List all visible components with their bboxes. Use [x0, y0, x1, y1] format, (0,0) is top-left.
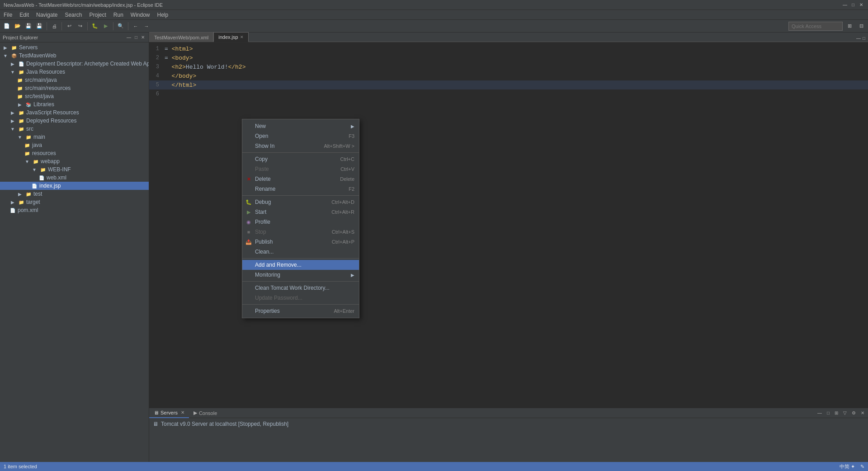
tree-main[interactable]: ▼ 📁 main	[0, 133, 149, 141]
menu-edit[interactable]: Edit	[16, 11, 33, 19]
toolbar-perspective[interactable]: ⊞	[844, 21, 854, 31]
maximize-btn[interactable]: □	[850, 2, 856, 8]
tree-src-main-java[interactable]: 📁 src/main/java	[0, 76, 149, 84]
console-tab-label: Console	[199, 410, 217, 416]
ctx-start[interactable]: ▶ Start Ctrl+Alt+R	[242, 207, 359, 217]
ctx-publish[interactable]: 📤 Publish Ctrl+Alt+P	[242, 237, 359, 247]
toolbar-redo[interactable]: ↪	[75, 21, 85, 31]
editor-maximize[interactable]: □	[862, 35, 866, 42]
tree-indexjsp[interactable]: 📄 index.jsp	[0, 182, 149, 190]
ctx-addremove-label: Add and Remove...	[255, 262, 302, 268]
toolbar-print[interactable]: 🖨	[49, 21, 59, 31]
close-btn[interactable]: ✕	[858, 2, 864, 8]
tree-test[interactable]: ▶ 📁 test	[0, 190, 149, 198]
tab-indexjsp[interactable]: index.jsp ✕	[213, 32, 248, 42]
menu-window[interactable]: Window	[127, 11, 154, 19]
tree-src-main-resources[interactable]: 📁 src/main/resources	[0, 84, 149, 92]
ctx-copy[interactable]: Copy Ctrl+C	[242, 154, 359, 164]
tree-main-java[interactable]: 📁 java	[0, 141, 149, 149]
tree-testmavenweb[interactable]: ▼ 📦 TestMavenWeb	[0, 52, 149, 60]
bottom-minimize-btn[interactable]: —	[816, 410, 824, 416]
src-expand-icon: ▼	[9, 125, 16, 132]
menu-navigate[interactable]: Navigate	[33, 11, 61, 19]
tab-servers[interactable]: 🖥 Servers ✕	[149, 408, 189, 418]
line-num-3: 3	[151, 64, 165, 70]
tab-pomxml[interactable]: TestMavenWeb/pom.xml	[149, 32, 213, 42]
menu-file[interactable]: File	[0, 11, 16, 19]
tree-java-resources[interactable]: ▼ 📁 Java Resources	[0, 68, 149, 76]
status-encoding[interactable]: 中简 ✦	[840, 463, 855, 470]
ctx-debug[interactable]: 🐛 Debug Ctrl+Alt+D	[242, 197, 359, 207]
menu-bar: File Edit Navigate Search Project Run Wi…	[0, 10, 868, 20]
tree-deployed-resources[interactable]: ▶ 📁 Deployed Resources	[0, 117, 149, 125]
line-num-1: 1	[151, 46, 165, 52]
menu-run[interactable]: Run	[110, 11, 127, 19]
toolbar-forward[interactable]: →	[142, 21, 151, 31]
ctx-rename[interactable]: Rename F2	[242, 184, 359, 194]
tree-js-resources[interactable]: ▶ 📁 JavaScript Resources	[0, 108, 149, 117]
ctx-clean-tomcat[interactable]: Clean Tomcat Work Directory...	[242, 283, 359, 293]
tree-main-resources[interactable]: 📁 resources	[0, 149, 149, 157]
toolbar-perspective2[interactable]: ⊟	[856, 21, 866, 31]
tree-src[interactable]: ▼ 📁 src	[0, 125, 149, 133]
servers-label: Servers	[19, 44, 38, 51]
editor-minimize[interactable]: —	[855, 35, 862, 42]
ctx-profile[interactable]: ◉ Profile	[242, 217, 359, 227]
ctx-show-in[interactable]: Show In Alt+Shift+W >	[242, 141, 359, 151]
toolbar-save[interactable]: 💾	[24, 21, 33, 31]
bottom-maximize-btn2[interactable]: ⊞	[833, 410, 840, 416]
quick-access-input[interactable]	[788, 22, 843, 31]
tree-src-test-java[interactable]: 📁 src/test/java	[0, 92, 149, 100]
line-num-6: 6	[151, 91, 165, 97]
toolbar-debug[interactable]: 🐛	[90, 21, 100, 31]
server-item-tomcat[interactable]: 🖥 Tomcat v9.0 Server at localhost [Stopp…	[153, 420, 864, 428]
menu-help[interactable]: Help	[154, 11, 172, 19]
ctx-new[interactable]: New ▶	[242, 121, 359, 131]
toolbar-undo[interactable]: ↩	[64, 21, 74, 31]
bottom-close-btn[interactable]: ✕	[859, 410, 866, 416]
minimize-btn[interactable]: —	[842, 2, 848, 8]
line-num-5: 5	[151, 82, 165, 88]
dr-label: Deployed Resources	[26, 118, 76, 124]
toolbar-search[interactable]: 🔍	[116, 21, 126, 31]
bottom-panel: 🖥 Servers ✕ ▶ Console — □ ⊞ ▽ ⚙ ✕	[149, 408, 868, 462]
bottom-maximize-btn[interactable]: □	[825, 410, 831, 416]
tree-target[interactable]: ▶ 📁 target	[0, 198, 149, 206]
main-icon: 📁	[25, 133, 32, 141]
toolbar-open[interactable]: 📂	[13, 21, 23, 31]
ctx-delete[interactable]: ✕ Delete Delete	[242, 174, 359, 184]
bottom-collapse-btn[interactable]: ▽	[841, 410, 849, 416]
panel-maximize-btn[interactable]: □	[133, 34, 139, 40]
servers-tab-close[interactable]: ✕	[181, 410, 184, 415]
ctx-monitoring[interactable]: Monitoring ▶	[242, 270, 359, 280]
tree-pomxml[interactable]: 📄 pom.xml	[0, 206, 149, 214]
toolbar-separator-1	[47, 22, 47, 30]
ctx-new-icon	[245, 122, 252, 130]
tree-servers[interactable]: ▶ 📁 Servers	[0, 43, 149, 52]
wi-expand-icon: ▼	[31, 166, 38, 173]
tree-webapp[interactable]: ▼ 📁 webapp	[0, 157, 149, 165]
toolbar-back[interactable]: ←	[131, 21, 141, 31]
panel-close-btn[interactable]: ✕	[140, 34, 146, 40]
toolbar-new[interactable]: 📄	[2, 21, 12, 31]
ctx-add-remove[interactable]: Add and Remove...	[242, 260, 359, 270]
tree-webxml[interactable]: 📄 web.xml	[0, 174, 149, 182]
tree-libraries[interactable]: ▶ 📚 Libraries	[0, 100, 149, 108]
menu-search[interactable]: Search	[61, 11, 85, 19]
tab-indexjsp-close[interactable]: ✕	[240, 35, 244, 39]
panel-minimize-btn[interactable]: —	[125, 34, 132, 40]
src-label: src	[26, 126, 33, 132]
main-expand-icon: ▼	[16, 133, 24, 141]
toolbar-run[interactable]: ▶	[101, 21, 111, 31]
toolbar-save-all[interactable]: 💾	[34, 21, 44, 31]
menu-project[interactable]: Project	[85, 11, 109, 19]
bottom-settings-btn[interactable]: ⚙	[850, 410, 858, 416]
ctx-properties[interactable]: Properties Alt+Enter	[242, 306, 359, 316]
tab-console[interactable]: ▶ Console	[189, 408, 222, 418]
tree-dd[interactable]: ▶ 📄 Deployment Descriptor: Archetype Cre…	[0, 60, 149, 68]
ctx-clean[interactable]: Clean...	[242, 247, 359, 257]
ctx-open[interactable]: Open F3	[242, 131, 359, 141]
status-writeable[interactable]: ✎	[860, 464, 864, 470]
console-tab-icon: ▶	[193, 410, 197, 416]
tree-webinf[interactable]: ▼ 📁 WEB-INF	[0, 165, 149, 174]
